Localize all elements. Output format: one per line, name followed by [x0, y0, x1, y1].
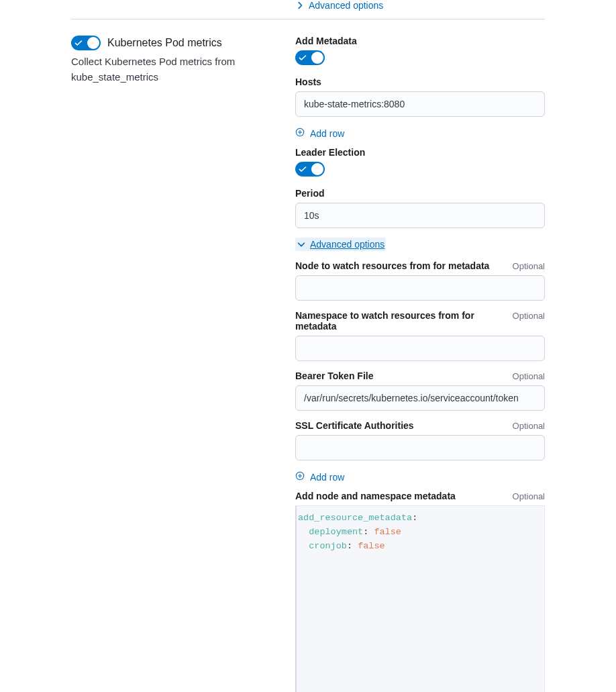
plus-circle-icon	[295, 471, 305, 483]
pod-metrics-toggle-label: Kubernetes Pod metrics	[107, 37, 222, 49]
yaml-code-editor[interactable]: add_resource_metadata: deployment: false…	[295, 505, 545, 692]
pod-metrics-toggle[interactable]	[71, 36, 101, 50]
yaml-value: false	[374, 527, 401, 537]
toggle-knob	[87, 37, 99, 49]
plus-circle-icon	[295, 128, 305, 139]
optional-badge: Optional	[513, 311, 545, 321]
bearer-token-label: Bearer Token File	[295, 370, 373, 381]
period-input[interactable]	[295, 203, 545, 228]
add-node-ns-label: Add node and namespace metadata	[295, 491, 456, 501]
chevron-down-icon	[297, 240, 306, 249]
toggle-knob	[311, 52, 323, 64]
check-icon	[299, 53, 307, 61]
add-row-label: Add row	[310, 472, 344, 483]
check-icon	[299, 164, 307, 172]
add-metadata-label: Add Metadata	[295, 36, 357, 46]
hosts-input[interactable]	[295, 91, 545, 117]
yaml-value: false	[358, 541, 385, 551]
advanced-options-expanded-link[interactable]: Advanced options	[295, 238, 386, 251]
optional-badge: Optional	[513, 261, 545, 271]
namespace-watch-input[interactable]	[295, 336, 545, 361]
bearer-token-input[interactable]	[295, 385, 545, 411]
node-watch-input[interactable]	[295, 275, 545, 301]
yaml-key: deployment	[309, 527, 363, 537]
section-divider	[71, 19, 545, 19]
ssl-ca-input[interactable]	[295, 435, 545, 460]
optional-badge: Optional	[513, 371, 545, 381]
ssl-ca-label: SSL Certificate Authorities	[295, 420, 414, 431]
chevron-right-icon	[295, 1, 305, 10]
add-row-button-hosts[interactable]: Add row	[295, 128, 344, 139]
optional-badge: Optional	[513, 491, 545, 501]
leader-election-toggle[interactable]	[295, 162, 325, 177]
period-label: Period	[295, 188, 325, 199]
check-icon	[74, 38, 83, 46]
add-row-button-ssl[interactable]: Add row	[295, 471, 344, 483]
yaml-key: cronjob	[309, 541, 347, 551]
advanced-options-expanded-label: Advanced options	[310, 239, 384, 250]
add-row-label: Add row	[310, 128, 344, 139]
toggle-knob	[311, 163, 323, 175]
advanced-options-collapsed-link[interactable]: Advanced options	[295, 0, 545, 19]
optional-badge: Optional	[513, 421, 545, 431]
namespace-watch-label: Namespace to watch resources from for me…	[295, 310, 513, 332]
node-watch-label: Node to watch resources from for metadat…	[295, 260, 489, 271]
add-metadata-toggle[interactable]	[295, 50, 325, 65]
advanced-options-collapsed-label: Advanced options	[309, 0, 383, 11]
yaml-key: add_resource_metadata	[298, 513, 412, 523]
leader-election-label: Leader Election	[295, 147, 365, 158]
pod-metrics-description: Collect Kubernetes Pod metrics from kube…	[71, 54, 279, 85]
hosts-label: Hosts	[295, 77, 321, 87]
